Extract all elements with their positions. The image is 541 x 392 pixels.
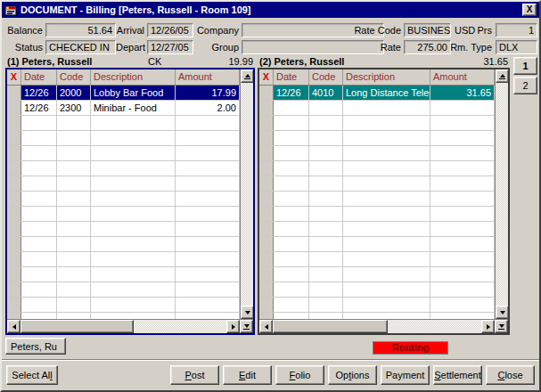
- table-empty-row[interactable]: [259, 207, 495, 222]
- table-empty-row[interactable]: [7, 237, 240, 252]
- description-cell: [91, 222, 176, 236]
- scroll-down-button[interactable]: [496, 306, 508, 319]
- close-button[interactable]: X: [522, 4, 537, 16]
- table-empty-row[interactable]: [259, 192, 495, 207]
- code-cell: 4010: [309, 86, 343, 100]
- description-cell: [91, 176, 176, 191]
- folio-window-1: (1) Peters, Russell CK 19.99 XDateCodeDe…: [5, 55, 255, 335]
- page-button-2[interactable]: 2: [513, 77, 537, 94]
- arrival-field[interactable]: 12/26/05: [147, 23, 193, 37]
- horizontal-scroll-track[interactable]: [273, 320, 481, 333]
- page-button-1[interactable]: 1: [513, 57, 537, 75]
- table-empty-row[interactable]: [7, 282, 240, 298]
- table-empty-row[interactable]: [7, 267, 240, 282]
- scroll-up-button[interactable]: [241, 69, 253, 83]
- row-select-cell: [7, 146, 21, 160]
- code-cell: [57, 207, 91, 221]
- row-select-cell: [259, 116, 274, 130]
- code-cell: [57, 313, 91, 319]
- edit-button[interactable]: Edit: [223, 365, 272, 385]
- table-empty-row[interactable]: [7, 313, 240, 319]
- select-all-button[interactable]: Select All: [6, 365, 58, 385]
- date-cell: [21, 116, 57, 130]
- rate-field[interactable]: 275.00: [404, 40, 451, 54]
- row-select-cell: [259, 222, 274, 236]
- column-header-code: Code: [57, 69, 91, 85]
- table-row[interactable]: 12/264010Long Distance Telephon31.65: [259, 86, 495, 101]
- code-cell: [57, 192, 91, 206]
- date-cell: [21, 222, 57, 236]
- code-cell: [309, 116, 343, 130]
- vertical-scroll-track[interactable]: [496, 83, 508, 306]
- options-button[interactable]: Options: [328, 365, 377, 385]
- scroll-right-button[interactable]: [481, 320, 495, 333]
- table-empty-row[interactable]: [259, 313, 495, 319]
- horizontal-scroll-track[interactable]: [20, 320, 226, 333]
- table-empty-row[interactable]: [259, 131, 495, 146]
- table-empty-row[interactable]: [259, 298, 495, 313]
- table-empty-row[interactable]: [259, 222, 495, 237]
- table-empty-row[interactable]: [259, 101, 495, 116]
- table-row[interactable]: 12/262000Lobby Bar Food17.99: [7, 86, 240, 101]
- horizontal-scrollbar[interactable]: [259, 319, 508, 333]
- date-cell: [274, 146, 309, 160]
- description-cell: [91, 146, 176, 160]
- scroll-to-bottom-button[interactable]: [240, 320, 253, 333]
- table-empty-row[interactable]: [7, 161, 240, 176]
- settlement-button[interactable]: Settlement: [433, 365, 482, 385]
- table-empty-row[interactable]: [7, 207, 240, 222]
- balance-field[interactable]: 51.64: [45, 23, 116, 37]
- scroll-up-button[interactable]: [496, 69, 508, 83]
- table-empty-row[interactable]: [259, 252, 495, 267]
- table-empty-row[interactable]: [7, 176, 240, 192]
- status-field[interactable]: CHECKED IN: [45, 40, 116, 54]
- vertical-scrollbar[interactable]: [240, 69, 253, 319]
- folio-1-table: XDateCodeDescriptionAmount 12/262000Lobb…: [5, 68, 255, 335]
- table-empty-row[interactable]: [259, 146, 495, 161]
- table-empty-row[interactable]: [7, 131, 240, 146]
- table-empty-row[interactable]: [7, 116, 240, 131]
- scroll-down-button[interactable]: [241, 306, 253, 319]
- post-button[interactable]: Post: [170, 365, 219, 385]
- vertical-scrollbar[interactable]: [495, 69, 508, 319]
- table-empty-row[interactable]: [259, 282, 495, 298]
- company-label: Company: [196, 23, 239, 37]
- scroll-left-button[interactable]: [259, 320, 273, 333]
- table-empty-row[interactable]: [7, 298, 240, 313]
- horizontal-scroll-thumb[interactable]: [273, 320, 388, 333]
- date-cell: [21, 131, 57, 145]
- guest-tab[interactable]: Peters, Ru: [5, 338, 66, 355]
- table-empty-row[interactable]: [259, 267, 495, 282]
- close-button[interactable]: Close: [486, 365, 535, 385]
- code-cell: [57, 267, 91, 282]
- folio-2-table: XDateCodeDescriptionAmount 12/264010Long…: [258, 68, 510, 335]
- code-cell: [309, 222, 343, 236]
- routing-indicator[interactable]: Routing: [373, 341, 448, 355]
- payment-button[interactable]: Payment: [381, 365, 430, 385]
- folio-2-header: (2) Peters, Russell 31.65: [258, 55, 510, 68]
- prs-field[interactable]: 1: [496, 23, 537, 37]
- table-empty-row[interactable]: [7, 222, 240, 237]
- amount-cell: 2.00: [176, 101, 240, 115]
- horizontal-scrollbar[interactable]: [7, 319, 253, 333]
- rate-code-field[interactable]: BUSINESS: [404, 23, 451, 37]
- folio-button[interactable]: Folio: [275, 365, 324, 385]
- horizontal-scroll-thumb[interactable]: [20, 320, 134, 333]
- scroll-right-button[interactable]: [226, 320, 240, 333]
- table-empty-row[interactable]: [259, 237, 495, 252]
- table-empty-row[interactable]: [259, 176, 495, 192]
- table-empty-row[interactable]: [7, 252, 240, 267]
- date-cell: [21, 298, 57, 312]
- table-empty-row[interactable]: [259, 116, 495, 131]
- table-empty-row[interactable]: [259, 161, 495, 176]
- scroll-left-button[interactable]: [7, 320, 20, 333]
- table-empty-row[interactable]: [7, 192, 240, 207]
- table-empty-row[interactable]: [7, 146, 240, 161]
- depart-field[interactable]: 12/27/05: [147, 40, 193, 54]
- vertical-scroll-track[interactable]: [241, 83, 253, 306]
- table-row[interactable]: 12/262300Minibar - Food2.00: [7, 101, 240, 116]
- billing-window: { "window": { "title": "DOCUMENT - Billi…: [0, 0, 541, 392]
- scroll-to-bottom-button[interactable]: [495, 320, 508, 333]
- description-cell: [91, 252, 176, 266]
- room-type-field[interactable]: DLX: [496, 40, 537, 54]
